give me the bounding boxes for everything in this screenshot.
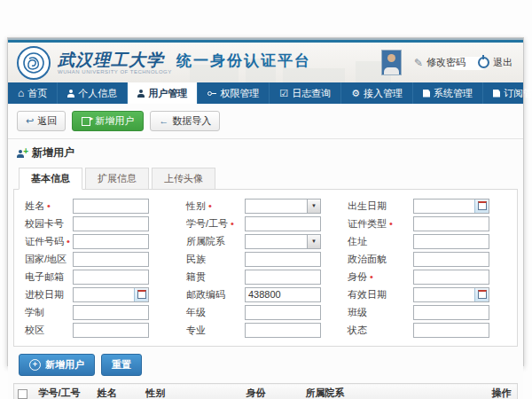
id-number-input[interactable] [73, 234, 149, 249]
logout-link[interactable]: 退出 [478, 56, 512, 69]
col-student-id: 学号/工号 [35, 384, 94, 399]
nav-tab-log-query[interactable]: 日志查询 [270, 82, 341, 104]
form-tabs: 基本信息 扩展信息 上传头像 [19, 168, 523, 190]
required-marker: • [66, 236, 70, 246]
nav-tab-access-management[interactable]: 接入管理 [341, 82, 413, 104]
left-arrow-icon: ← [159, 116, 168, 126]
page-icon [493, 90, 500, 98]
university-name-en: WUHAN UNIVERSITY OF TECHNOLOGY [58, 69, 311, 74]
field-label: 姓名• [25, 200, 73, 213]
class-input[interactable] [413, 305, 489, 320]
study-length-input[interactable] [73, 305, 149, 320]
user-table: 学号/工号 姓名 性别 身份 所属院系 操作 [13, 383, 518, 399]
campus-card-input[interactable] [73, 216, 149, 231]
select-all-cell [14, 384, 35, 399]
student-id-input[interactable] [245, 216, 321, 231]
calendar-icon[interactable] [474, 200, 489, 213]
add-user-icon [17, 149, 27, 158]
calendar-icon[interactable] [474, 288, 489, 301]
nav-tab-system-management[interactable]: 系统管理 [413, 82, 483, 104]
banner: 武汉理工大学 统一身份认证平台 WUHAN UNIVERSITY OF TECH… [8, 43, 523, 82]
tab-upload-avatar[interactable]: 上传头像 [152, 168, 215, 190]
political-status-input[interactable] [413, 252, 489, 267]
section-title: 新增用户 [32, 145, 74, 160]
field-label: 状态 [323, 324, 413, 337]
page-icon [423, 90, 430, 98]
country-input[interactable] [73, 252, 149, 267]
required-marker: • [231, 218, 234, 229]
user-avatar[interactable] [381, 50, 402, 75]
toolbar: ↩返回 新增用户 ←数据导入 [8, 104, 523, 131]
banner-titles: 武汉理工大学 统一身份认证平台 WUHAN UNIVERSITY OF TECH… [58, 51, 311, 74]
field-label: 进校日期 [25, 288, 73, 301]
field-label: 住址 [323, 235, 413, 248]
address-input[interactable] [413, 234, 489, 249]
user-icon [137, 90, 145, 98]
col-identity: 身份 [243, 384, 302, 399]
field-label: 出生日期 [323, 200, 413, 213]
nav-tab-subscription-management[interactable]: 订阅管理 [483, 82, 532, 104]
log-icon [279, 89, 288, 98]
nav-tab-permission-management[interactable]: 权限管理 [198, 82, 270, 104]
id-type-input[interactable] [413, 216, 489, 231]
data-import-button[interactable]: ←数据导入 [150, 111, 220, 131]
nav-tab-home[interactable]: 首页 [8, 82, 58, 104]
native-place-input[interactable] [245, 270, 321, 285]
tab-extended-info[interactable]: 扩展信息 [85, 168, 149, 190]
nav-tab-user-management[interactable]: 用户管理 [128, 82, 198, 104]
department-select[interactable]: ▼ [245, 234, 321, 249]
table-header-row: 学号/工号 姓名 性别 身份 所属院系 操作 [14, 384, 518, 399]
field-label: 电子邮箱 [25, 270, 73, 284]
campus-input[interactable] [73, 323, 149, 338]
major-input[interactable] [245, 323, 321, 338]
grade-input[interactable] [245, 305, 321, 320]
field-label: 学制 [25, 306, 73, 319]
required-marker: • [389, 218, 393, 229]
calendar-icon[interactable] [134, 288, 148, 301]
required-marker: • [208, 200, 212, 211]
field-label: 证件号码• [25, 235, 73, 248]
power-icon [478, 57, 489, 68]
postal-code-input[interactable] [245, 287, 321, 302]
plus-icon: + [29, 359, 41, 371]
pencil-icon: ✎ [414, 58, 423, 68]
field-label: 学号/工号• [151, 217, 245, 231]
field-label: 校区 [25, 324, 73, 337]
change-password-link[interactable]: ✎ 修改密码 [414, 56, 466, 69]
user-icon [67, 90, 74, 98]
nav-tab-personal-info[interactable]: 个人信息 [58, 82, 128, 104]
university-logo-icon [17, 46, 51, 80]
required-marker: • [370, 271, 373, 282]
col-department: 所属院系 [302, 384, 489, 399]
field-label: 身份• [323, 270, 413, 284]
add-user-toolbar-button[interactable]: 新增用户 [72, 111, 144, 131]
field-label: 年级 [151, 306, 245, 319]
field-label: 证件类型• [323, 217, 413, 231]
submit-add-user-button[interactable]: +新增用户 [19, 354, 95, 376]
home-icon [18, 88, 24, 98]
col-gender: 性别 [143, 384, 243, 399]
field-label: 校园卡号 [25, 217, 73, 231]
app-window: 武汉理工大学 统一身份认证平台 WUHAN UNIVERSITY OF TECH… [7, 37, 524, 366]
field-label: 籍贯 [151, 270, 245, 284]
col-actions: 操作 [489, 384, 518, 399]
back-arrow-icon: ↩ [26, 116, 34, 126]
main-nav: 首页 个人信息 用户管理 权限管理 日志查询 接入管理 系统管理 订阅管理 [8, 82, 523, 104]
field-label: 性别• [151, 200, 245, 213]
ethnicity-input[interactable] [245, 252, 321, 267]
tab-basic-info[interactable]: 基本信息 [19, 168, 82, 190]
email-input[interactable] [73, 270, 149, 285]
identity-input[interactable] [413, 270, 489, 285]
reset-button[interactable]: 重置 [101, 354, 142, 376]
gender-select[interactable]: ▼ [245, 199, 321, 214]
content-area: ↩返回 新增用户 ←数据导入 新增用户 基本信息 扩展信息 上传头像 姓名• 性… [8, 104, 523, 399]
col-name: 姓名 [94, 384, 143, 399]
back-button[interactable]: ↩返回 [17, 111, 66, 131]
field-label: 专业 [151, 324, 245, 337]
select-all-checkbox[interactable] [18, 389, 27, 399]
name-input[interactable] [73, 199, 149, 214]
status-input[interactable] [413, 323, 489, 338]
field-label: 班级 [323, 306, 413, 319]
platform-title: 统一身份认证平台 [176, 53, 311, 68]
divider [8, 138, 523, 139]
